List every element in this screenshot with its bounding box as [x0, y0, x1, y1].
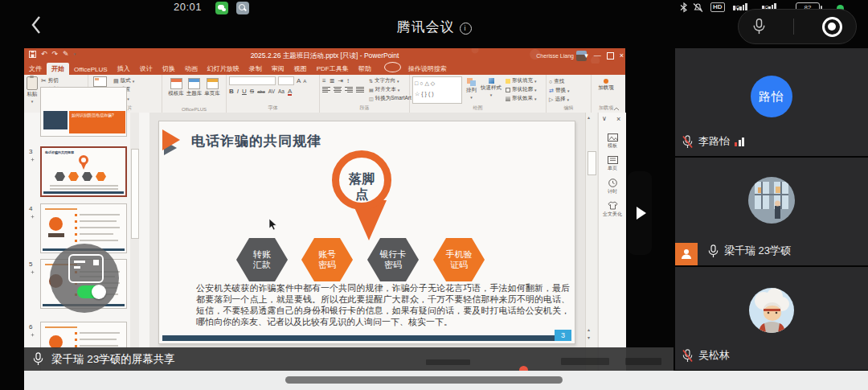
floating-share-widget[interactable]: [50, 244, 119, 313]
clear-format-button[interactable]: abc: [257, 89, 265, 94]
paste-button[interactable]: 粘贴▾: [27, 76, 38, 104]
numbering-icon[interactable]: ≣: [330, 78, 335, 84]
participant-name: 梁千瑞 23学硕: [724, 244, 791, 258]
indent-icon[interactable]: ⇥: [338, 78, 343, 84]
char-spacing-button[interactable]: AV: [268, 88, 275, 94]
cut-button[interactable]: ✂剪切: [41, 76, 63, 85]
shape-fill-button[interactable]: 形状填充▾: [506, 76, 537, 85]
collapse-ribbon-icon[interactable]: [613, 107, 620, 111]
italic-button[interactable]: I: [237, 88, 239, 95]
grow-font-button[interactable]: A: [297, 77, 301, 84]
close-button[interactable]: ×: [620, 48, 624, 64]
line-spacing-icon[interactable]: ↕: [346, 78, 350, 84]
previous-slide-icon[interactable]: ▴: [588, 326, 590, 332]
tab-home[interactable]: 开始: [47, 63, 69, 75]
template-library-button[interactable]: 模板库: [168, 78, 184, 97]
shape-effects-button[interactable]: 形状效果▾: [506, 94, 537, 103]
clock: 20:01: [174, 1, 202, 13]
participant-tile-wu-songlin[interactable]: 吴松林: [675, 267, 868, 370]
ribbon-options-icon[interactable]: ▾: [584, 48, 588, 64]
shrink-font-button[interactable]: A: [303, 79, 306, 84]
hexagon-bankcard: 银行卡密码: [367, 238, 419, 281]
tab-slideshow[interactable]: 幻灯片放映: [203, 63, 244, 75]
sidebar-close-icon[interactable]: ×: [616, 115, 620, 123]
smartart-button[interactable]: ◫转换为SmartArt▾: [369, 94, 415, 103]
font-name-select[interactable]: [229, 76, 276, 85]
tab-transitions[interactable]: 切换: [158, 63, 180, 75]
tell-me-search[interactable]: 操作说明搜索: [403, 63, 452, 75]
tab-design[interactable]: 设计: [135, 63, 158, 75]
tab-record[interactable]: 录制: [244, 63, 267, 75]
thumbnail-number: 3: [29, 148, 32, 155]
horizontal-scrollbar-handle[interactable]: [285, 376, 563, 384]
arrange-button[interactable]: 排列▾: [466, 76, 477, 104]
minimize-button[interactable]: —: [594, 48, 601, 64]
justify-icon[interactable]: [356, 87, 364, 92]
align-right-icon[interactable]: [345, 87, 353, 92]
record-button[interactable]: [822, 17, 842, 37]
slide-scrollbar[interactable]: ▴ ▴ ▾: [585, 113, 597, 372]
addins-button[interactable]: 加载项: [594, 76, 618, 92]
align-center-icon[interactable]: [334, 87, 342, 92]
location-pin: 落脚点: [332, 150, 391, 210]
expand-video-panel-button[interactable]: [628, 171, 652, 255]
select-button[interactable]: ▷选择▾: [549, 95, 588, 104]
meeting-info-icon[interactable]: i: [460, 23, 472, 35]
quick-styles-button[interactable]: 快速样式▾: [481, 76, 502, 104]
thumbnail-slide-3-selected[interactable]: 电话诈骗的共同规律: [40, 146, 127, 197]
shape-fill-icon: [506, 79, 510, 84]
tab-insert[interactable]: 插入: [113, 63, 135, 75]
underline-button[interactable]: U: [242, 88, 247, 95]
group-label: 段落: [320, 105, 409, 112]
thumbnail-scrollbar[interactable]: [130, 113, 139, 372]
wechat-notification-icon: [215, 2, 228, 14]
arrange-icon: [467, 78, 476, 86]
next-slide-icon[interactable]: ▾: [588, 335, 590, 340]
shape-outline-button[interactable]: 形状轮廓▾: [506, 85, 537, 94]
sidebar-item-beautify-all[interactable]: 全文美化: [599, 201, 626, 218]
page-library-button[interactable]: 单页库: [204, 78, 220, 97]
current-slide: 电话诈骗的共同规律 落脚点 转账汇款 账号密码 银行卡密码 手机验证码 公安机关…: [158, 121, 575, 344]
font-size-select[interactable]: [278, 76, 294, 85]
shapes-gallery[interactable]: □○△◇☆{}(): [412, 76, 462, 104]
sidebar-item-timer[interactable]: 计时: [599, 179, 626, 195]
microphone-button[interactable]: [752, 18, 766, 35]
replace-button[interactable]: ⇄替换▾: [549, 86, 588, 95]
tab-help[interactable]: 帮助: [354, 63, 376, 75]
text-direction-button[interactable]: ⇅文字方向▾: [369, 76, 415, 85]
tool-notification-icon: [236, 2, 249, 14]
align-left-icon[interactable]: [322, 87, 330, 92]
slide-footer-bar: [162, 335, 571, 341]
strikethrough-button[interactable]: S: [250, 88, 254, 95]
share-toggle-on[interactable]: [77, 285, 104, 298]
layout-button[interactable]: ▤版式▾: [113, 76, 134, 85]
scroll-up-icon[interactable]: ▴: [588, 114, 590, 120]
tab-officeplus[interactable]: OfficePLUS: [69, 64, 113, 75]
participant-tile-li-luyi[interactable]: 路怡 李路怡: [675, 48, 868, 156]
tab-file[interactable]: 文件: [24, 63, 47, 75]
sidebar-item-templates[interactable]: 模板: [599, 133, 626, 150]
font-color-button[interactable]: A: [288, 88, 292, 96]
bullets-icon[interactable]: ≡: [322, 78, 326, 84]
sidebar-item-pages[interactable]: 单页: [599, 156, 626, 172]
group-font: A A B I U S abc AV Aa A 字体: [227, 75, 320, 113]
tab-review[interactable]: 审阅: [267, 63, 289, 75]
find-button[interactable]: ○查找: [549, 77, 588, 86]
align-text-button[interactable]: ▤对齐文本▾: [369, 85, 415, 94]
tab-animations[interactable]: 动画: [180, 63, 203, 75]
theme-library-button[interactable]: 主题库: [186, 78, 203, 97]
change-case-button[interactable]: Aa: [278, 88, 285, 94]
thumbnail-slide-2[interactable]: 如何识别防范电信诈骗?: [40, 87, 127, 137]
participant-tile-liang-qianrui[interactable]: 梁千瑞 23学硕: [675, 158, 868, 265]
slide-scrollbar-thumb[interactable]: [588, 151, 596, 175]
group-label: OfficePLUS: [162, 107, 226, 112]
mouse-cursor: [268, 219, 277, 231]
sidebar-collapse-icon[interactable]: ∨: [602, 115, 607, 122]
tab-pdf-tools[interactable]: PDF工具集: [312, 63, 354, 75]
bold-button[interactable]: B: [229, 88, 234, 95]
tab-view[interactable]: 视图: [289, 63, 312, 75]
restore-button[interactable]: [607, 52, 614, 60]
group-label: 绘图: [410, 105, 546, 112]
thumbnail-scrollbar-thumb[interactable]: [131, 149, 139, 239]
tell-me-lightbulb-icon: [384, 62, 401, 72]
